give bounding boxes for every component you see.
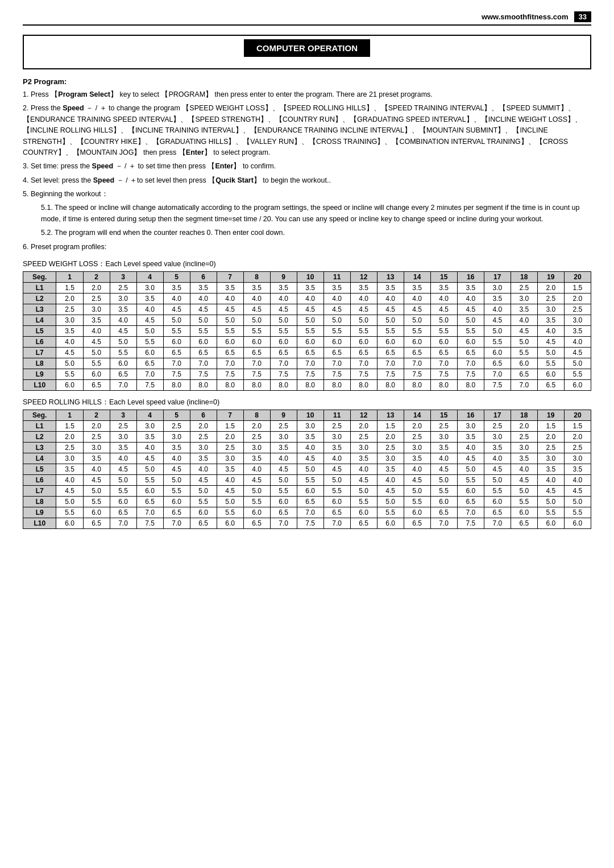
table-cell: 3.0 (163, 431, 190, 442)
table-cell: 4.0 (564, 336, 591, 347)
table-cell: 2.5 (217, 442, 243, 453)
table-cell: 5.0 (377, 315, 404, 325)
table-cell: 5.0 (511, 336, 537, 347)
table-cell: 7.5 (270, 369, 297, 379)
table-cell: 5.5 (243, 496, 270, 507)
table-cell: 7.5 (404, 369, 430, 379)
table-cell: 5.0 (190, 315, 217, 325)
table-cell: 6.5 (190, 518, 217, 528)
table-cell: 6.5 (457, 496, 484, 507)
table-cell: 6.0 (190, 507, 217, 518)
table-cell: 4.0 (404, 293, 430, 304)
table-cell: 5.5 (190, 496, 217, 507)
table-cell: 6.0 (110, 358, 136, 369)
table-cell: 5.5 (163, 325, 190, 336)
table-cell: 3.5 (243, 282, 270, 293)
table-cell: 6.5 (404, 518, 430, 528)
col-14: 14 (404, 271, 430, 282)
table-cell: 2.5 (56, 304, 83, 315)
table-cell: 4.0 (484, 453, 511, 464)
table-cell: 3.5 (537, 315, 564, 325)
table-cell: 8.0 (190, 379, 217, 390)
table-cell: 4.5 (537, 336, 564, 347)
table-cell: 4.0 (217, 474, 243, 485)
table-cell: 3.0 (484, 431, 511, 442)
table-cell: 4.5 (537, 485, 564, 496)
table-cell: 6.5 (136, 358, 163, 369)
table-cell: 3.0 (430, 431, 457, 442)
table-cell: 8.0 (243, 379, 270, 390)
table-cell: 5.5 (377, 507, 404, 518)
table-cell: L1 (23, 282, 56, 293)
table-cell: 6.0 (457, 485, 484, 496)
table-cell: 7.0 (430, 358, 457, 369)
table-cell: 5.0 (270, 315, 297, 325)
table-cell: 4.5 (323, 464, 350, 474)
table-cell: 7.5 (190, 369, 217, 379)
table-cell: 5.0 (564, 496, 591, 507)
table-cell: 5.5 (217, 325, 243, 336)
table-cell: 5.0 (297, 315, 323, 325)
step1-block: 1. Press 【Program Select】 key to select … (23, 89, 591, 253)
table-cell: 8.0 (297, 379, 323, 390)
table-cell: 7.5 (350, 369, 377, 379)
table-cell: 4.0 (270, 453, 297, 464)
table-cell: 1.5 (564, 282, 591, 293)
table-cell: 7.5 (217, 369, 243, 379)
table-cell: 4.0 (83, 464, 110, 474)
table-cell: 1.5 (217, 420, 243, 431)
table-cell: 4.0 (110, 453, 136, 464)
table-cell: 7.0 (404, 358, 430, 369)
table-cell: 3.0 (243, 442, 270, 453)
table-cell: 4.0 (136, 304, 163, 315)
table-cell: 5.5 (430, 325, 457, 336)
table-cell: 6.5 (270, 347, 297, 358)
table-cell: 6.0 (430, 336, 457, 347)
table-cell: 2.5 (56, 442, 83, 453)
table-cell: 4.5 (404, 304, 430, 315)
table-cell: 6.0 (163, 336, 190, 347)
table-cell: 5.5 (564, 369, 591, 379)
table-cell: 5.5 (484, 485, 511, 496)
table-cell: 3.0 (564, 315, 591, 325)
table-cell: 3.5 (163, 442, 190, 453)
table-cell: 6.0 (564, 518, 591, 528)
table-cell: 6.0 (350, 507, 377, 518)
table-cell: 7.5 (297, 369, 323, 379)
table-cell: 5.0 (457, 315, 484, 325)
table1-title: SPEED WEIGHT LOSS：Each Level speed value… (23, 259, 591, 269)
table-cell: 4.5 (136, 315, 163, 325)
col-2: 2 (83, 271, 110, 282)
table-cell: 5.5 (270, 485, 297, 496)
table-cell: 7.0 (377, 358, 404, 369)
table-cell: 3.5 (430, 282, 457, 293)
table-cell: 4.5 (457, 304, 484, 315)
table-cell: 6.0 (377, 518, 404, 528)
col-16: 16 (457, 271, 484, 282)
table-cell: 2.0 (56, 431, 83, 442)
table-cell: 2.5 (564, 442, 591, 453)
table-cell: 4.0 (537, 325, 564, 336)
table-cell: L9 (23, 369, 56, 379)
table-cell: 3.5 (484, 442, 511, 453)
table-cell: 3.5 (163, 282, 190, 293)
table-cell: 6.0 (323, 496, 350, 507)
table-cell: 6.5 (430, 507, 457, 518)
table-cell: 7.0 (163, 358, 190, 369)
table-cell: 5.5 (297, 474, 323, 485)
table-cell: 3.5 (323, 442, 350, 453)
table-cell: 6.5 (484, 507, 511, 518)
table-cell: 5.0 (457, 464, 484, 474)
table-cell: 3.5 (270, 442, 297, 453)
col-6: 6 (190, 271, 217, 282)
table-cell: 6.5 (297, 347, 323, 358)
table-cell: L4 (23, 453, 56, 464)
table-cell: 6.0 (56, 518, 83, 528)
table-cell: 7.5 (484, 379, 511, 390)
table-cell: 6.0 (377, 336, 404, 347)
table-cell: 5.0 (404, 485, 430, 496)
table-cell: 5.5 (270, 325, 297, 336)
table-cell: 4.5 (430, 464, 457, 474)
website-url: www.smoothfitness.com (482, 13, 569, 21)
table-cell: 6.5 (190, 347, 217, 358)
